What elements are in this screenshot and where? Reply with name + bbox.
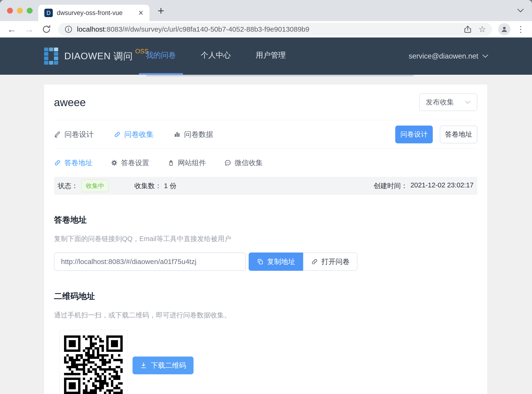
chevron-down-icon (482, 54, 489, 59)
tab-survey-collect[interactable]: 问卷收集 (114, 130, 153, 139)
collect-count-label: 收集数： (134, 181, 162, 191)
link-icon (311, 258, 318, 265)
survey-header: aweee 发布收集 (54, 85, 477, 120)
subtab-label: 答卷地址 (64, 158, 92, 168)
qr-code-image (64, 335, 123, 394)
survey-card: aweee 发布收集 问卷设计 问卷收集 问卷数据 (44, 85, 487, 394)
subtab-answer-address[interactable]: 答卷地址 (54, 158, 92, 168)
chevron-down-icon (465, 100, 471, 104)
nav-underline-strip (146, 75, 414, 76)
url-button-group: 复制地址 打开问卷 (249, 253, 357, 271)
minimize-window-button[interactable] (17, 8, 23, 14)
tab-label: 问卷数据 (184, 130, 213, 139)
browser-menu-icon[interactable]: ⋮ (516, 25, 525, 33)
status-label: 状态： (58, 181, 78, 191)
nav-item-label: 用户管理 (256, 50, 286, 60)
profile-avatar[interactable] (498, 23, 511, 35)
chat-icon (224, 159, 231, 166)
new-tab-button[interactable]: + (158, 4, 164, 17)
tag-icon (167, 159, 175, 166)
back-button[interactable]: ← (7, 25, 16, 34)
publish-collect-select[interactable]: 发布收集 (419, 93, 477, 111)
window-controls (7, 8, 33, 14)
diaowen-logo[interactable]: DIAOWEN 调问 OSS (44, 37, 149, 75)
zoom-window-button[interactable] (27, 8, 33, 14)
subtab-wechat-collect[interactable]: 微信收集 (224, 158, 263, 168)
nav-item-label: 个人中心 (201, 50, 231, 60)
survey-main-tabs: 问卷设计 问卷收集 问卷数据 问卷设计 答卷地址 (54, 120, 477, 149)
share-icon[interactable] (463, 25, 472, 34)
button-label: 复制地址 (267, 257, 295, 267)
collect-sub-tabs: 答卷地址 答卷设置 网站组件 微信收集 (54, 149, 477, 177)
subtab-label: 微信收集 (234, 158, 263, 168)
address-bar[interactable]: localhost:8083/#/dw/survey/c/url/c98fa14… (58, 23, 492, 36)
download-qrcode-button[interactable]: 下载二维码 (133, 357, 193, 374)
pencil-icon (54, 131, 61, 138)
gear-icon (111, 159, 118, 166)
bar-chart-icon (174, 131, 181, 138)
tab-label: 问卷设计 (64, 130, 94, 139)
survey-url-input[interactable] (54, 253, 246, 271)
survey-design-button[interactable]: 问卷设计 (395, 125, 433, 143)
copy-address-button[interactable]: 复制地址 (249, 253, 303, 271)
survey-title: aweee (54, 96, 86, 109)
tab-survey-design[interactable]: 问卷设计 (54, 130, 94, 139)
button-label: 答卷地址 (445, 130, 472, 139)
tab-label: 问卷收集 (124, 130, 153, 139)
close-window-button[interactable] (7, 8, 13, 14)
subtab-label: 网站组件 (178, 158, 206, 168)
created-time-value: 2021-12-02 23:02:17 (410, 181, 473, 191)
account-email: service@diaowen.net (409, 52, 478, 60)
tab-list-chevron-icon[interactable] (516, 7, 525, 14)
account-menu[interactable]: service@diaowen.net (409, 37, 489, 75)
bookmark-star-icon[interactable]: ☆ (479, 25, 486, 33)
main-navigation: 我的问卷 个人中心 用户管理 (139, 37, 303, 75)
answer-url-row: 复制地址 打开问卷 (54, 253, 477, 271)
link-icon (54, 159, 61, 166)
browser-toolbar: ← → localhost:8083/#/dw/survey/c/url/c98… (0, 21, 532, 37)
publish-collect-label: 发布收集 (426, 98, 454, 107)
collect-count-value: 1 份 (164, 181, 176, 191)
button-label: 下载二维码 (151, 361, 186, 370)
copy-icon (257, 258, 264, 265)
url-text: localhost:8083/#/dw/survey/c/url/c98fa14… (77, 25, 457, 33)
link-icon (114, 131, 121, 138)
button-label: 打开问卷 (322, 257, 350, 267)
tab-title: dwsurvey-oss-front-vue (57, 9, 136, 17)
brand-name: DIAOWEN 调问 (64, 50, 133, 62)
app-navbar: DIAOWEN 调问 OSS 我的问卷 个人中心 用户管理 service@di… (0, 37, 532, 75)
qrcode-heading: 二维码地址 (54, 291, 477, 302)
status-badge: 收集中 (81, 180, 109, 192)
answer-url-description: 复制下面的问卷链接到QQ，Email等工具中直接发给被用户 (54, 234, 477, 244)
created-time-label: 创建时间： (374, 181, 408, 191)
status-bar: 状态： 收集中 收集数： 1 份 创建时间： 2021-12-02 23:02:… (54, 177, 477, 195)
nav-item-user-management[interactable]: 用户管理 (249, 37, 293, 75)
tab-close-icon[interactable]: × (138, 9, 143, 17)
subtab-label: 答卷设置 (121, 158, 149, 168)
person-icon (500, 25, 508, 33)
qr-code-frame (59, 330, 127, 394)
open-survey-button[interactable]: 打开问卷 (303, 253, 357, 271)
qrcode-description: 通过手机扫一扫，或下载二维码，即可进行问卷数据收集。 (54, 311, 477, 320)
subtab-site-widget[interactable]: 网站组件 (167, 158, 206, 168)
browser-tab[interactable]: D dwsurvey-oss-front-vue × (38, 5, 149, 21)
page-main: aweee 发布收集 问卷设计 问卷收集 问卷数据 (0, 75, 532, 394)
subtab-answer-settings[interactable]: 答卷设置 (111, 158, 149, 168)
reload-button[interactable] (42, 25, 51, 34)
nav-item-label: 我的问卷 (146, 50, 176, 60)
download-icon (140, 362, 147, 369)
diaowen-logo-icon (44, 47, 60, 65)
nav-item-my-surveys[interactable]: 我的问卷 (139, 37, 183, 75)
site-favicon-icon: D (44, 9, 53, 17)
browser-window: D dwsurvey-oss-front-vue × + ← → localho… (0, 0, 532, 394)
info-icon[interactable] (64, 25, 73, 33)
browser-tab-strip: D dwsurvey-oss-front-vue × + (0, 0, 532, 21)
answer-address-button[interactable]: 答卷地址 (440, 125, 477, 143)
tab-survey-data[interactable]: 问卷数据 (174, 130, 213, 139)
nav-item-personal-center[interactable]: 个人中心 (194, 37, 238, 75)
qrcode-row: 下载二维码 (54, 330, 477, 394)
button-label: 问卷设计 (400, 130, 428, 139)
forward-button[interactable]: → (24, 25, 34, 34)
answer-url-heading: 答卷地址 (54, 214, 477, 225)
